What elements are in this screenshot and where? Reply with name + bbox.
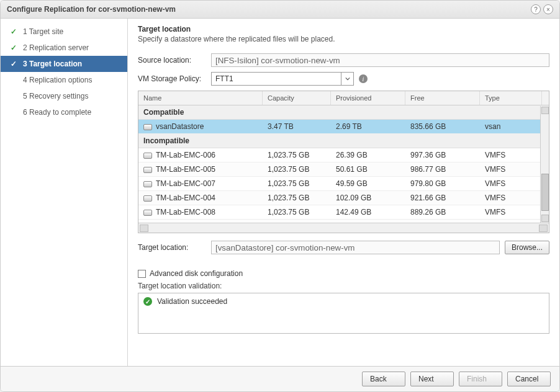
datastore-grid: Name Capacity Provisioned Free Type Comp…: [138, 91, 549, 233]
wizard-step-1[interactable]: ✓1 Target site: [1, 24, 127, 40]
finish-button: Finish: [459, 372, 502, 386]
advanced-label: Advanced disk configuration: [150, 269, 243, 278]
target-label: Target location:: [138, 243, 206, 252]
target-row: Target location: Browse...: [138, 241, 549, 254]
dialog-title: Configure Replication for cor-svmotion-n…: [7, 5, 176, 14]
datastore-icon: [143, 210, 152, 216]
validation-label: Target location validation:: [138, 282, 549, 290]
dialog: Configure Replication for cor-svmotion-n…: [0, 0, 560, 392]
cell-free: 835.66 GB: [405, 120, 480, 133]
col-type[interactable]: Type: [480, 91, 542, 105]
panel-subheader: Specify a datastore where the replicated…: [138, 35, 549, 43]
cell-provisioned: 49.59 GB: [331, 177, 405, 190]
cell-free: 986.77 GB: [405, 163, 480, 176]
table-row[interactable]: vsanDatastore3.47 TB2.69 TB835.66 GBvsan: [138, 120, 549, 134]
validation-box: ✓ Validation succeeded: [138, 293, 549, 334]
cell-free: 997.36 GB: [405, 148, 480, 162]
check-icon: ✓: [9, 60, 18, 68]
cell-capacity: 3.47 TB: [263, 120, 331, 133]
cell-type: VMFS: [480, 191, 542, 205]
advanced-row: Advanced disk configuration: [138, 269, 549, 278]
policy-label: VM Storage Policy:: [138, 74, 206, 83]
grid-body[interactable]: CompatiblevsanDatastore3.47 TB2.69 TB835…: [138, 105, 549, 223]
panel-header: Target location: [138, 25, 549, 33]
scroll-right-icon[interactable]: [539, 225, 548, 232]
cell-provisioned: 142.49 GB: [331, 205, 405, 219]
source-row: Source location:: [138, 53, 549, 67]
vertical-scrollbar[interactable]: [540, 106, 549, 223]
step-label: 5 Recovery settings: [23, 92, 88, 100]
scroll-thumb[interactable]: [541, 174, 549, 211]
col-name[interactable]: Name: [138, 91, 263, 105]
source-label: Source location:: [138, 56, 206, 65]
back-button[interactable]: Back: [362, 372, 405, 386]
close-icon[interactable]: ×: [543, 4, 553, 14]
chevron-down-icon: [341, 73, 353, 85]
cell-name: TM-Lab-EMC-008: [138, 205, 263, 219]
dialog-footer: Back Next Finish Cancel: [1, 366, 559, 391]
wizard-step-4[interactable]: ✓4 Replication options: [1, 72, 127, 88]
policy-dropdown[interactable]: FTT1: [211, 72, 354, 86]
validation-text: Validation succeeded: [157, 297, 227, 306]
table-row[interactable]: TM-Lab-EMC-0051,023.75 GB50.61 GB986.77 …: [138, 163, 549, 177]
step-label: 3 Target location: [23, 60, 82, 68]
cell-provisioned: 50.61 GB: [331, 163, 405, 176]
check-icon: ✓: [9, 27, 18, 36]
cell-capacity: 1,023.75 GB: [263, 191, 331, 205]
datastore-icon: [143, 195, 152, 202]
cell-name: TM-Lab-EMC-005: [138, 163, 263, 176]
cell-type: VMFS: [480, 148, 542, 162]
next-button[interactable]: Next: [410, 372, 454, 386]
cell-capacity: 1,023.75 GB: [263, 163, 331, 176]
datastore-icon: [143, 181, 152, 187]
info-icon[interactable]: i: [359, 74, 368, 83]
cell-type: VMFS: [480, 177, 542, 190]
grid-section: Compatible: [138, 105, 549, 120]
table-row[interactable]: TM-Lab-EMC-0041,023.75 GB102.09 GB921.66…: [138, 191, 549, 205]
datastore-icon: [143, 153, 152, 159]
grid-section: Incompatible: [138, 134, 549, 148]
cell-type: vsan: [480, 120, 542, 133]
browse-button[interactable]: Browse...: [505, 241, 549, 254]
wizard-step-2[interactable]: ✓2 Replication server: [1, 40, 127, 56]
table-row[interactable]: TM-Lab-EMC-0061,023.75 GB26.39 GB997.36 …: [138, 148, 549, 163]
grid-header: Name Capacity Provisioned Free Type: [138, 91, 549, 105]
target-input: [211, 241, 500, 254]
col-capacity[interactable]: Capacity: [263, 91, 331, 105]
step-label: 4 Replication options: [23, 76, 92, 84]
policy-row: VM Storage Policy: FTT1 i: [138, 72, 549, 86]
wizard-step-6[interactable]: ✓6 Ready to complete: [1, 104, 127, 120]
check-icon: ✓: [9, 43, 18, 52]
cell-name: TM-Lab-EMC-004: [138, 191, 263, 205]
wizard-step-5[interactable]: ✓5 Recovery settings: [1, 88, 127, 104]
cell-provisioned: 102.09 GB: [331, 191, 405, 205]
scroll-up-icon[interactable]: [541, 107, 549, 114]
cell-type: VMFS: [480, 205, 542, 219]
cell-capacity: 1,023.75 GB: [263, 205, 331, 219]
table-row[interactable]: TM-Lab-EMC-0071,023.75 GB49.59 GB979.80 …: [138, 177, 549, 191]
table-row[interactable]: TM-Lab-EMC-0081,023.75 GB142.49 GB889.26…: [138, 205, 549, 220]
help-icon[interactable]: ?: [531, 4, 541, 14]
col-free[interactable]: Free: [405, 91, 480, 105]
cancel-button[interactable]: Cancel: [507, 372, 551, 386]
cell-free: 979.80 GB: [405, 177, 480, 190]
scroll-down-icon[interactable]: [541, 215, 549, 222]
source-input: [211, 53, 549, 67]
cell-provisioned: 2.69 TB: [331, 120, 405, 133]
col-provisioned[interactable]: Provisioned: [331, 91, 405, 105]
step-label: 1 Target site: [23, 27, 63, 36]
titlebar: Configure Replication for cor-svmotion-n…: [1, 1, 559, 19]
datastore-icon: [143, 167, 152, 173]
titlebar-controls: ? ×: [531, 4, 553, 14]
horizontal-scrollbar[interactable]: [138, 223, 549, 233]
wizard-step-3[interactable]: ✓3 Target location: [1, 56, 127, 72]
cell-type: VMFS: [480, 163, 542, 176]
wizard-sidebar: ✓1 Target site✓2 Replication server✓3 Ta…: [1, 19, 128, 366]
cell-capacity: 1,023.75 GB: [263, 148, 331, 162]
advanced-checkbox[interactable]: [138, 270, 146, 278]
datastore-icon: [143, 124, 152, 130]
main-panel: Target location Specify a datastore wher…: [128, 19, 559, 366]
cell-provisioned: 26.39 GB: [331, 148, 405, 162]
cell-free: 921.66 GB: [405, 191, 480, 205]
scroll-left-icon[interactable]: [140, 225, 148, 232]
